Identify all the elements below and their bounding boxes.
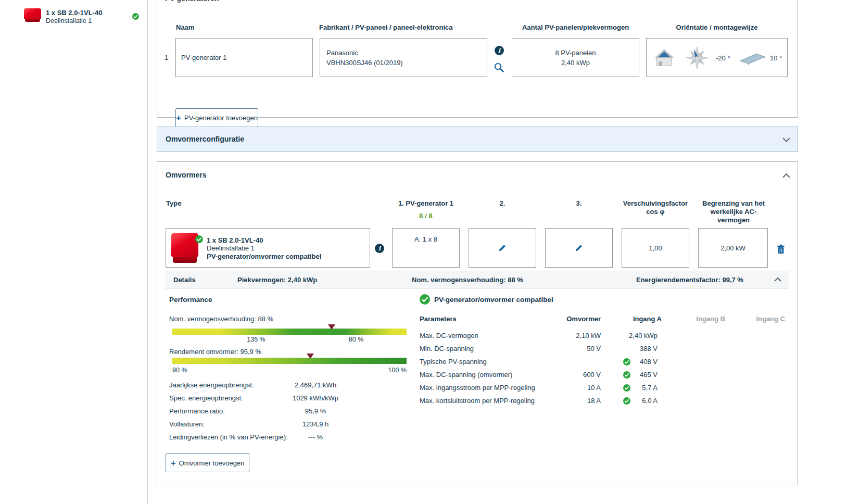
- details-bar[interactable]: Details Piekvermogen: 2,40 kWp Nom. verm…: [166, 271, 789, 289]
- column-header-orientatie: Oriëntatie / montagewijze: [646, 23, 788, 31]
- compat-row: Max. kortsluitstroom per MPP-regeling 18…: [420, 397, 790, 407]
- check-circle-icon: [623, 371, 630, 379]
- chevron-up-icon[interactable]: [774, 277, 782, 282]
- input-a-value: 388 V: [640, 345, 658, 352]
- inverter-row-compatibility: PV-generator/omvormer compatibel: [207, 253, 321, 261]
- plus-icon: +: [171, 459, 176, 468]
- check-circle-icon: [132, 13, 139, 20]
- param-label: Min. DC-spanning: [420, 345, 474, 352]
- input-a-value: 465 V: [640, 371, 658, 379]
- check-circle-icon: [623, 397, 630, 405]
- stat-value: --- %: [276, 433, 355, 441]
- add-pv-generator-button[interactable]: + PV-generator toevoegen: [175, 108, 258, 127]
- stat-value: 1029 kWh/kWp: [276, 394, 355, 402]
- add-pv-generator-label: PV-generator toevoegen: [184, 114, 258, 122]
- orientation-box[interactable]: -20 ° 10 °: [646, 38, 788, 77]
- trash-icon[interactable]: [776, 244, 786, 255]
- sidebar-item-title: 1 x SB 2.0-1VL-40: [46, 9, 102, 17]
- panel-count-box[interactable]: 8 PV-panelen 2,40 kWp: [512, 38, 639, 77]
- plus-icon: +: [176, 114, 181, 122]
- tilt-panel-icon: [738, 51, 766, 66]
- add-inverter-button[interactable]: + Omvormer toevoegen: [166, 453, 249, 472]
- chevron-up-icon[interactable]: [782, 173, 791, 179]
- efficiency-scale-row: 90 % 100 %: [172, 367, 407, 374]
- details-peak-power: Piekvermogen: 2,40 kWp: [237, 276, 317, 284]
- col-ingang-b: Ingang B: [696, 315, 725, 323]
- gen2-edit-box[interactable]: [469, 228, 536, 268]
- inverters-title: Omvormers: [166, 171, 207, 179]
- stat-label: Spec. energieopbrengst:: [169, 394, 243, 402]
- compass-azimuth-icon: [685, 45, 710, 71]
- module-manufacturer: Panasonic: [326, 48, 487, 58]
- efficiency-gauge: [172, 358, 407, 364]
- inverter-value: 2,10 kW: [576, 332, 601, 339]
- compat-row: Max. ingangsstroom per MPP-regeling 10 A…: [420, 384, 790, 394]
- inverter-type-box[interactable]: 1 x SB 2.0-1VL-40 Deelinstallatie 1 PV-g…: [166, 228, 370, 268]
- gauge-marker: [307, 354, 314, 359]
- gen1-assignment-count: 8 / 8: [389, 212, 462, 220]
- pencil-icon: [498, 243, 507, 253]
- pv-generators-panel: PV-generatoren Naam Fabrikant / PV-panee…: [157, 0, 798, 118]
- param-label: Max. DC-vermogen: [420, 332, 478, 339]
- chevron-down-icon[interactable]: [782, 137, 791, 143]
- module-name: VBHN300SJ46 (01/2019): [326, 58, 487, 68]
- col-ingang-a: Ingang A: [633, 315, 662, 323]
- module-select-box[interactable]: Panasonic VBHN300SJ46 (01/2019): [320, 38, 487, 77]
- stat-label: Performance ratio:: [169, 407, 225, 415]
- gen3-edit-box[interactable]: [545, 228, 613, 268]
- input-a-value: 6,0 A: [642, 397, 658, 405]
- column-header-gen1: 1. PV-generator 1: [389, 199, 462, 207]
- stat-row: Jaarlijkse energieopbrengst: 2.469,71 kW…: [169, 381, 414, 390]
- sidebar-item-inverter[interactable]: 1 x SB 2.0-1VL-40 Deelinstallatie 1: [0, 4, 148, 29]
- input-a-value: 2,40 kWp: [629, 332, 658, 339]
- performance-title: Performance: [169, 296, 212, 304]
- check-circle-icon: [420, 294, 430, 305]
- search-icon[interactable]: [494, 62, 504, 73]
- column-header-gen3: 3.: [545, 199, 613, 207]
- param-label: Max. DC-spanning (omvormer): [420, 371, 512, 379]
- inverter-config-title: Omvormerconfiguratie: [166, 135, 244, 143]
- param-label: Typische PV-spanning: [420, 358, 487, 366]
- compat-row: Typische PV-spanning 408 V: [420, 358, 790, 368]
- power-ratio-gauge-label: Nom. vermogensverhouding: 88 %: [169, 315, 273, 323]
- ratio-scale-right: 80 %: [349, 336, 364, 343]
- inverter-row-subtitle: Deelinstallatie 1: [207, 244, 321, 253]
- inverters-panel: Omvormers Type 1. PV-generator 1 8 / 8 2…: [157, 161, 798, 485]
- pv-generators-section-title: PV-generatoren: [165, 0, 219, 3]
- stat-label: Leidingverliezen (in % van PV-energie):: [169, 433, 288, 441]
- ac-limit-box[interactable]: 2,00 kW: [698, 228, 768, 268]
- row-index: 1: [165, 38, 168, 77]
- stat-label: Jaarlijkse energieopbrengst:: [169, 381, 254, 389]
- compatibility-status: PV-generator/omvormer compatibel: [434, 296, 553, 304]
- column-header-type: Type: [166, 199, 181, 207]
- inverter-config-accordion[interactable]: Omvormerconfiguratie: [157, 127, 798, 152]
- info-icon[interactable]: i: [495, 46, 504, 55]
- compat-row: Max. DC-vermogen 2,10 kW 2,40 kWp: [420, 332, 790, 342]
- inverter-value: 50 V: [587, 345, 601, 352]
- app-window: 1 x SB 2.0-1VL-40 Deelinstallatie 1 PV-g…: [0, 0, 847, 504]
- input-a-value: 408 V: [640, 358, 658, 366]
- inverter-image: [171, 233, 198, 264]
- efficiency-gauge-label: Rendement omvormer: 95,9 %: [169, 348, 261, 356]
- check-circle-icon: [623, 358, 630, 366]
- cos-phi-box[interactable]: 1,00: [622, 228, 689, 268]
- column-header-fabrikant: Fabrikant / PV-paneel / paneel-elektroni…: [319, 23, 452, 31]
- stat-row: Spec. energieopbrengst: 1029 kWh/kWp: [169, 394, 414, 404]
- gen1-assignment-box[interactable]: A: 1 x 8: [392, 228, 460, 268]
- check-circle-icon: [195, 235, 203, 243]
- info-icon[interactable]: i: [375, 244, 384, 253]
- add-inverter-label: Omvormer toevoegen: [179, 459, 245, 467]
- azimuth-value: -20 °: [716, 54, 730, 62]
- inverter-row-title: 1 x SB 2.0-1VL-40: [207, 236, 321, 245]
- stat-label: Vollasturen:: [169, 420, 205, 428]
- param-label: Max. ingangsstroom per MPP-regeling: [420, 384, 535, 392]
- check-circle-icon: [623, 384, 630, 392]
- sidebar: 1 x SB 2.0-1VL-40 Deelinstallatie 1: [0, 0, 148, 504]
- efficiency-scale-right: 100 %: [388, 367, 407, 374]
- inverter-icon: [24, 8, 41, 22]
- pv-generator-name-input[interactable]: [175, 38, 313, 77]
- compat-row: Max. DC-spanning (omvormer) 600 V 465 V: [420, 371, 790, 381]
- column-header-aantal: Aantal PV-panelen/piekvermogen: [512, 23, 639, 31]
- col-ingang-c: Ingang C: [756, 315, 785, 323]
- peak-power: 2,40 kWp: [561, 58, 590, 68]
